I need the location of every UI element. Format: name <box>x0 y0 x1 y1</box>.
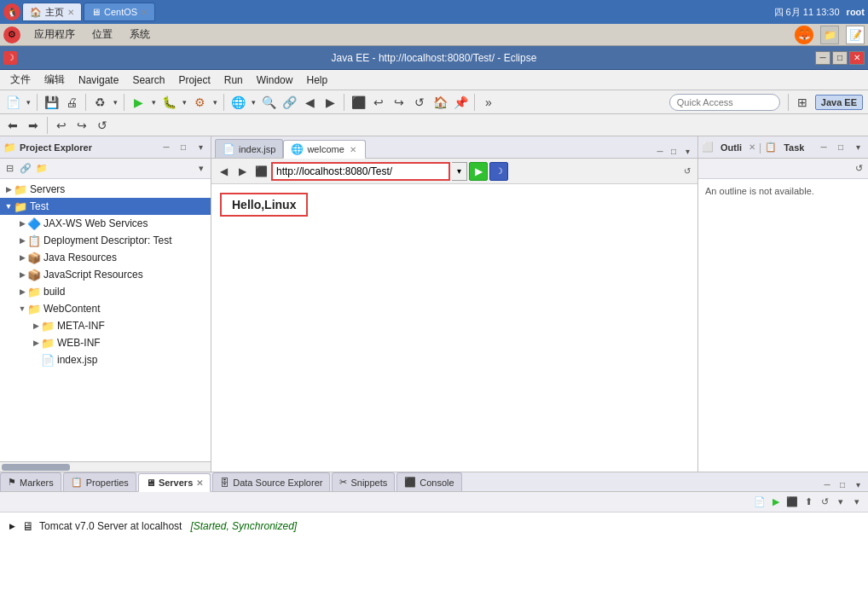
tree-item-jaxws[interactable]: ▶ 🔷 JAX-WS Web Services <box>0 215 211 232</box>
new-dropdown[interactable]: ▾ <box>24 93 32 112</box>
debug-dropdown[interactable]: ▾ <box>180 93 188 112</box>
tree-item-deployment[interactable]: ▶ 📋 Deployment Descriptor: Test <box>0 232 211 249</box>
tree-item-index-jsp[interactable]: ▶ 📄 index.jsp <box>0 351 211 368</box>
browser-refresh-button[interactable]: ↺ <box>680 165 694 178</box>
menu-project[interactable]: Project <box>171 72 217 88</box>
server-debug-button[interactable]: ▾ <box>833 495 848 510</box>
taskbar-tab-centos[interactable]: 🖥 CentOS ✕ <box>84 3 155 21</box>
server-row-tomcat[interactable]: ▶ 🖥 Tomcat v7.0 Server at localhost [Sta… <box>7 516 861 536</box>
menu-navigate[interactable]: Navigate <box>72 72 125 88</box>
tab-outline[interactable]: Outli <box>717 141 745 154</box>
tab-outline-close[interactable]: ✕ <box>749 142 755 152</box>
browser-url-input[interactable] <box>271 162 450 181</box>
menu-search[interactable]: Search <box>125 72 171 88</box>
browser-url-dropdown[interactable]: ▾ <box>452 162 467 181</box>
browser-forward-button[interactable]: ▶ <box>234 163 251 180</box>
editor-maximize-button[interactable]: □ <box>667 144 680 158</box>
tab-markers[interactable]: ⚑ Markers <box>0 472 61 491</box>
view-menu-button[interactable]: ▾ <box>194 161 209 177</box>
browser-eclipse-button[interactable]: ☽ <box>489 162 508 181</box>
browser-back-button[interactable]: ◀ <box>215 163 232 180</box>
tab-datasource[interactable]: 🗄 Data Source Explorer <box>212 472 330 491</box>
right-panel-menu[interactable]: ▾ <box>851 141 865 154</box>
tree-item-test[interactable]: ▼ 📁 Test <box>0 198 211 215</box>
home2-button[interactable]: 🏠 <box>431 93 449 112</box>
browser-stop-button[interactable]: ⬛ <box>252 163 269 180</box>
link-editor-button[interactable]: 🔗 <box>18 161 33 177</box>
menu-window[interactable]: Window <box>250 72 300 88</box>
server-publish-button[interactable]: ⬆ <box>801 495 816 510</box>
explorer-menu-button[interactable]: ▾ <box>194 141 207 154</box>
menu-edit[interactable]: 编辑 <box>38 71 72 89</box>
redo-button[interactable]: ↪ <box>72 116 91 135</box>
save-button[interactable]: 💾 <box>42 93 61 112</box>
tree-item-js-resources[interactable]: ▶ 📦 JavaScript Resources <box>0 266 211 283</box>
history-back[interactable]: ↺ <box>93 116 112 135</box>
bottom-menu-button[interactable]: ▾ <box>851 478 865 491</box>
new-folder-button[interactable]: 📁 <box>34 161 49 177</box>
stop-button[interactable]: ⬛ <box>349 93 367 112</box>
restore-button[interactable]: □ <box>832 51 848 65</box>
tab-close-home[interactable]: ✕ <box>67 8 74 17</box>
bottom-minimize-button[interactable]: ─ <box>820 478 834 491</box>
right-panel-minimize[interactable]: ─ <box>817 141 830 154</box>
external-tools-button[interactable]: ⚙ <box>190 93 209 112</box>
refresh-button[interactable]: ♻ <box>90 93 109 112</box>
refresh2-button[interactable]: ↺ <box>410 93 429 112</box>
tree-item-web-inf[interactable]: ▶ 📁 WEB-INF <box>0 334 211 351</box>
link-button[interactable]: 🔗 <box>280 93 298 112</box>
server-new-button[interactable]: 📄 <box>752 495 767 510</box>
menu-file[interactable]: 文件 <box>3 71 38 89</box>
search-button[interactable]: 🔍 <box>259 93 278 112</box>
undo-button[interactable]: ↩ <box>52 116 71 135</box>
web-button[interactable]: 🌐 <box>229 93 247 112</box>
menu-run[interactable]: Run <box>217 72 250 88</box>
perspective-open-button[interactable]: ⊞ <box>793 93 812 112</box>
debug-button[interactable]: 🐛 <box>159 93 178 112</box>
tab-properties[interactable]: 📋 Properties <box>63 472 136 491</box>
tab-servers[interactable]: 🖥 Servers ✕ <box>138 473 211 492</box>
print-button[interactable]: 🖨 <box>62 93 81 112</box>
tab-index-jsp[interactable]: 📄 index.jsp <box>215 139 283 158</box>
tree-item-build[interactable]: ▶ 📁 build <box>0 283 211 300</box>
tree-item-meta-inf[interactable]: ▶ 📁 META-INF <box>0 317 211 334</box>
server-restart-button[interactable]: ↺ <box>817 495 832 510</box>
explorer-maximize-button[interactable]: □ <box>176 141 190 154</box>
explorer-scrollbar[interactable] <box>0 461 211 472</box>
tab-servers-close[interactable]: ✕ <box>196 478 203 488</box>
menu-system[interactable]: 系统 <box>126 26 153 43</box>
quick-access-input[interactable] <box>669 94 780 111</box>
tomcat-expander[interactable]: ▶ <box>7 522 17 530</box>
run-dropdown[interactable]: ▾ <box>149 93 158 112</box>
tab-console[interactable]: ⬛ Console <box>396 472 461 491</box>
bottom-maximize-button[interactable]: □ <box>836 478 849 491</box>
firefox-icon[interactable]: 🦊 <box>795 26 813 44</box>
tree-item-webcontent[interactable]: ▼ 📁 WebContent <box>0 300 211 317</box>
server-stop-button[interactable]: ⬛ <box>784 495 800 510</box>
pin-button[interactable]: 📌 <box>451 93 470 112</box>
prev-edit-button[interactable]: ◀ <box>300 93 319 112</box>
menu-apps[interactable]: 应用程序 <box>31 26 78 43</box>
tab-close-centos[interactable]: ✕ <box>141 8 148 17</box>
scroll-thumb[interactable] <box>2 464 70 471</box>
tab-welcome-close[interactable]: ✕ <box>348 145 358 154</box>
run-button[interactable]: ▶ <box>129 93 148 112</box>
back2-button[interactable]: ⬅ <box>3 116 22 135</box>
text-editor-icon[interactable]: 📝 <box>846 26 865 44</box>
web-dropdown[interactable]: ▾ <box>249 93 258 112</box>
next-edit-button[interactable]: ▶ <box>321 93 339 112</box>
fwd2-button[interactable]: ➡ <box>24 116 43 135</box>
tab-task[interactable]: Task <box>780 141 807 154</box>
refresh-dropdown[interactable]: ▾ <box>111 93 119 112</box>
minimize-button[interactable]: ─ <box>815 51 830 65</box>
outline-refresh-btn[interactable]: ↺ <box>851 161 866 177</box>
server-start-button[interactable]: ▶ <box>768 495 784 510</box>
back-button[interactable]: ↩ <box>369 93 388 112</box>
perspective-javaee-button[interactable]: Java EE <box>815 95 863 110</box>
menu-help[interactable]: Help <box>299 72 334 88</box>
right-panel-maximize[interactable]: □ <box>834 141 848 154</box>
tab-snippets[interactable]: ✂ Snippets <box>332 472 395 491</box>
tree-item-java-resources[interactable]: ▶ 📦 Java Resources <box>0 249 211 266</box>
collapse-all-button[interactable]: ⊟ <box>2 161 17 177</box>
new-button[interactable]: 📄 <box>3 93 22 112</box>
